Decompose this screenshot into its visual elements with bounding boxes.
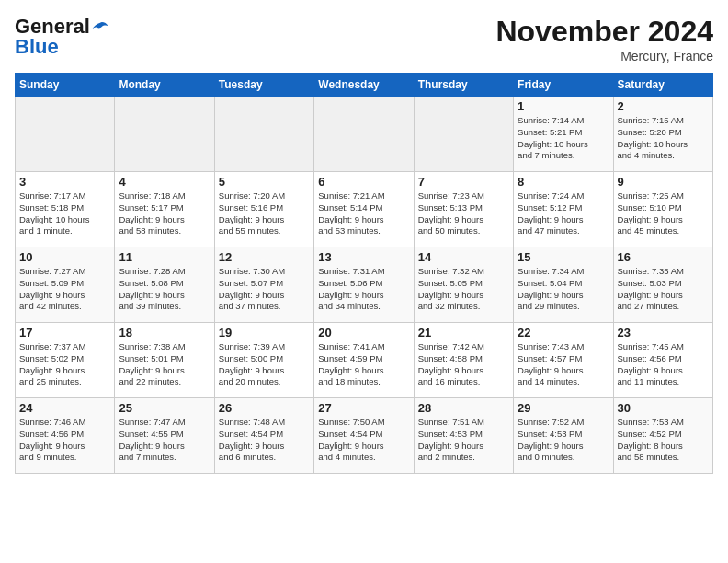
day-info: Sunrise: 7:43 AM Sunset: 4:57 PM Dayligh… (518, 341, 609, 388)
day-info: Sunrise: 7:41 AM Sunset: 4:59 PM Dayligh… (318, 341, 409, 388)
week-row-3: 10Sunrise: 7:27 AM Sunset: 5:09 PM Dayli… (16, 247, 713, 323)
calendar-cell: 5Sunrise: 7:20 AM Sunset: 5:16 PM Daylig… (214, 172, 313, 247)
day-number: 9 (618, 175, 709, 189)
calendar-cell: 26Sunrise: 7:48 AM Sunset: 4:54 PM Dayli… (214, 398, 313, 474)
day-number: 15 (518, 250, 609, 264)
day-number: 11 (119, 250, 210, 264)
day-number: 30 (618, 401, 709, 415)
calendar-cell: 28Sunrise: 7:51 AM Sunset: 4:53 PM Dayli… (414, 398, 513, 474)
day-info: Sunrise: 7:23 AM Sunset: 5:13 PM Dayligh… (418, 190, 509, 237)
calendar-cell: 13Sunrise: 7:31 AM Sunset: 5:06 PM Dayli… (314, 247, 414, 323)
day-number: 24 (19, 401, 110, 415)
calendar-cell (115, 97, 214, 172)
day-info: Sunrise: 7:52 AM Sunset: 4:53 PM Dayligh… (518, 417, 609, 464)
calendar-cell: 10Sunrise: 7:27 AM Sunset: 5:09 PM Dayli… (16, 247, 115, 323)
day-info: Sunrise: 7:15 AM Sunset: 5:20 PM Dayligh… (618, 115, 709, 162)
day-info: Sunrise: 7:51 AM Sunset: 4:53 PM Dayligh… (418, 417, 509, 464)
calendar-cell: 2Sunrise: 7:15 AM Sunset: 5:20 PM Daylig… (613, 97, 712, 172)
day-number: 13 (318, 250, 409, 264)
day-number: 26 (219, 401, 310, 415)
header-row: SundayMondayTuesdayWednesdayThursdayFrid… (16, 74, 713, 97)
calendar-cell: 9Sunrise: 7:25 AM Sunset: 5:10 PM Daylig… (613, 172, 712, 247)
day-number: 6 (318, 175, 409, 189)
day-info: Sunrise: 7:32 AM Sunset: 5:05 PM Dayligh… (418, 266, 509, 313)
day-number: 29 (518, 401, 609, 415)
day-number: 7 (418, 175, 509, 189)
calendar-cell: 8Sunrise: 7:24 AM Sunset: 5:12 PM Daylig… (514, 172, 613, 247)
day-number: 5 (219, 175, 310, 189)
calendar-cell: 22Sunrise: 7:43 AM Sunset: 4:57 PM Dayli… (514, 323, 613, 398)
day-number: 28 (418, 401, 509, 415)
header: General Blue November 2024 Mercury, Fran… (15, 15, 713, 63)
day-number: 20 (318, 326, 409, 339)
calendar-cell (314, 97, 414, 172)
calendar-cell: 18Sunrise: 7:38 AM Sunset: 5:01 PM Dayli… (115, 323, 214, 398)
day-info: Sunrise: 7:21 AM Sunset: 5:14 PM Dayligh… (318, 190, 409, 237)
day-number: 25 (119, 401, 210, 415)
calendar-cell: 19Sunrise: 7:39 AM Sunset: 5:00 PM Dayli… (214, 323, 313, 398)
day-header-thursday: Thursday (414, 74, 513, 97)
day-info: Sunrise: 7:50 AM Sunset: 4:54 PM Dayligh… (318, 417, 409, 464)
logo: General Blue (15, 15, 108, 59)
calendar-cell: 11Sunrise: 7:28 AM Sunset: 5:08 PM Dayli… (115, 247, 214, 323)
calendar-cell: 30Sunrise: 7:53 AM Sunset: 4:52 PM Dayli… (613, 398, 712, 474)
logo-bird-icon (92, 21, 108, 32)
week-row-4: 17Sunrise: 7:37 AM Sunset: 5:02 PM Dayli… (16, 323, 713, 398)
month-title: November 2024 (495, 15, 713, 49)
day-header-sunday: Sunday (16, 74, 115, 97)
calendar-cell (414, 97, 513, 172)
day-info: Sunrise: 7:39 AM Sunset: 5:00 PM Dayligh… (219, 341, 310, 388)
day-number: 14 (418, 250, 509, 264)
day-info: Sunrise: 7:47 AM Sunset: 4:55 PM Dayligh… (119, 417, 210, 464)
day-number: 8 (518, 175, 609, 189)
day-number: 1 (518, 99, 609, 113)
calendar-cell: 1Sunrise: 7:14 AM Sunset: 5:21 PM Daylig… (514, 97, 613, 172)
day-info: Sunrise: 7:31 AM Sunset: 5:06 PM Dayligh… (318, 266, 409, 313)
day-number: 16 (618, 250, 709, 264)
week-row-5: 24Sunrise: 7:46 AM Sunset: 4:56 PM Dayli… (16, 398, 713, 474)
calendar-cell (214, 97, 313, 172)
day-info: Sunrise: 7:25 AM Sunset: 5:10 PM Dayligh… (618, 190, 709, 237)
logo-blue: Blue (15, 35, 59, 59)
calendar-cell: 16Sunrise: 7:35 AM Sunset: 5:03 PM Dayli… (613, 247, 712, 323)
day-number: 21 (418, 326, 509, 339)
calendar-cell: 20Sunrise: 7:41 AM Sunset: 4:59 PM Dayli… (314, 323, 414, 398)
day-info: Sunrise: 7:34 AM Sunset: 5:04 PM Dayligh… (518, 266, 609, 313)
day-number: 18 (119, 326, 210, 339)
calendar-cell: 4Sunrise: 7:18 AM Sunset: 5:17 PM Daylig… (115, 172, 214, 247)
day-header-tuesday: Tuesday (214, 74, 313, 97)
calendar-cell: 21Sunrise: 7:42 AM Sunset: 4:58 PM Dayli… (414, 323, 513, 398)
day-header-monday: Monday (115, 74, 214, 97)
day-header-wednesday: Wednesday (314, 74, 414, 97)
calendar-cell: 17Sunrise: 7:37 AM Sunset: 5:02 PM Dayli… (16, 323, 115, 398)
day-number: 2 (618, 99, 709, 113)
day-info: Sunrise: 7:28 AM Sunset: 5:08 PM Dayligh… (119, 266, 210, 313)
day-number: 19 (219, 326, 310, 339)
day-info: Sunrise: 7:42 AM Sunset: 4:58 PM Dayligh… (418, 341, 509, 388)
day-info: Sunrise: 7:27 AM Sunset: 5:09 PM Dayligh… (19, 266, 110, 313)
day-info: Sunrise: 7:18 AM Sunset: 5:17 PM Dayligh… (119, 190, 210, 237)
calendar-cell: 27Sunrise: 7:50 AM Sunset: 4:54 PM Dayli… (314, 398, 414, 474)
calendar-cell: 6Sunrise: 7:21 AM Sunset: 5:14 PM Daylig… (314, 172, 414, 247)
calendar-cell: 25Sunrise: 7:47 AM Sunset: 4:55 PM Dayli… (115, 398, 214, 474)
day-number: 12 (219, 250, 310, 264)
day-info: Sunrise: 7:53 AM Sunset: 4:52 PM Dayligh… (618, 417, 709, 464)
calendar-cell: 3Sunrise: 7:17 AM Sunset: 5:18 PM Daylig… (16, 172, 115, 247)
calendar-cell: 24Sunrise: 7:46 AM Sunset: 4:56 PM Dayli… (16, 398, 115, 474)
calendar-cell: 15Sunrise: 7:34 AM Sunset: 5:04 PM Dayli… (514, 247, 613, 323)
day-number: 23 (618, 326, 709, 339)
day-info: Sunrise: 7:24 AM Sunset: 5:12 PM Dayligh… (518, 190, 609, 237)
day-info: Sunrise: 7:48 AM Sunset: 4:54 PM Dayligh… (219, 417, 310, 464)
calendar-cell (16, 97, 115, 172)
calendar-cell: 29Sunrise: 7:52 AM Sunset: 4:53 PM Dayli… (514, 398, 613, 474)
calendar-cell: 23Sunrise: 7:45 AM Sunset: 4:56 PM Dayli… (613, 323, 712, 398)
day-info: Sunrise: 7:38 AM Sunset: 5:01 PM Dayligh… (119, 341, 210, 388)
calendar-cell: 7Sunrise: 7:23 AM Sunset: 5:13 PM Daylig… (414, 172, 513, 247)
calendar-table: SundayMondayTuesdayWednesdayThursdayFrid… (15, 73, 713, 474)
calendar-page: General Blue November 2024 Mercury, Fran… (0, 0, 728, 483)
day-number: 27 (318, 401, 409, 415)
day-header-saturday: Saturday (613, 74, 712, 97)
week-row-1: 1Sunrise: 7:14 AM Sunset: 5:21 PM Daylig… (16, 97, 713, 172)
day-info: Sunrise: 7:20 AM Sunset: 5:16 PM Dayligh… (219, 190, 310, 237)
calendar-cell: 12Sunrise: 7:30 AM Sunset: 5:07 PM Dayli… (214, 247, 313, 323)
